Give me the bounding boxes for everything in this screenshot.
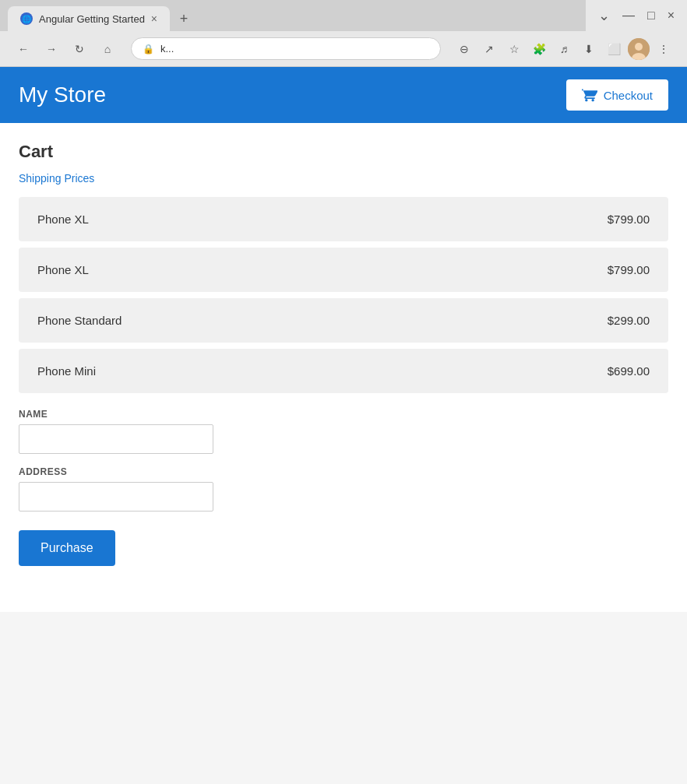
name-label: NAME — [19, 409, 668, 420]
new-tab-button[interactable]: + — [173, 8, 195, 30]
browser-tab[interactable]: 🌐 Angular Getting Started × — [8, 6, 170, 31]
address-text: k... — [160, 43, 174, 54]
home-button[interactable]: ⌂ — [97, 38, 118, 60]
checkout-label: Checkout — [604, 89, 653, 102]
tab-favicon: 🌐 — [20, 12, 33, 25]
item-price: $299.00 — [608, 314, 650, 327]
zoom-out-button[interactable]: ⊖ — [453, 38, 475, 60]
item-price: $699.00 — [608, 364, 650, 378]
cart-items-list: Phone XL $799.00 Phone XL $799.00 Phone … — [19, 197, 668, 393]
app-header: My Store Checkout — [0, 67, 687, 123]
avatar[interactable] — [628, 38, 650, 60]
refresh-button[interactable]: ↻ — [69, 38, 90, 60]
item-name: Phone XL — [37, 263, 89, 276]
cart-title: Cart — [19, 142, 668, 162]
minimize-button[interactable]: — — [622, 9, 635, 23]
lock-icon: 🔒 — [143, 44, 154, 54]
more-button[interactable]: ⋮ — [653, 38, 675, 60]
checkout-button[interactable]: Checkout — [566, 79, 668, 111]
table-row: Phone Mini $699.00 — [19, 349, 668, 393]
forward-button[interactable]: → — [41, 38, 62, 60]
address-input[interactable] — [19, 482, 213, 512]
cart-icon — [582, 87, 597, 103]
svg-point-1 — [635, 43, 643, 51]
share-button[interactable]: ↗ — [478, 38, 500, 60]
name-input[interactable] — [19, 424, 213, 454]
name-field-group: NAME — [19, 409, 668, 454]
store-title: My Store — [19, 83, 106, 107]
purchase-button[interactable]: Purchase — [19, 530, 115, 566]
item-price: $799.00 — [608, 213, 650, 226]
table-row: Phone XL $799.00 — [19, 197, 668, 241]
cart-section: Cart Shipping Prices Phone XL $799.00 Ph… — [0, 123, 687, 585]
nav-icons: ⊖ ↗ ☆ 🧩 ♬ ⬇ ⬜ — [453, 38, 675, 60]
back-button[interactable]: ← — [12, 38, 34, 60]
split-button[interactable]: ⬜ — [603, 38, 625, 60]
tab-close-button[interactable]: × — [151, 12, 157, 25]
address-bar[interactable]: 🔒 k... — [131, 37, 441, 60]
window-controls: ⌄ — □ × — [586, 1, 687, 30]
address-field-group: ADDRESS — [19, 466, 668, 512]
table-row: Phone Standard $299.00 — [19, 298, 668, 343]
navigation-bar: ← → ↻ ⌂ 🔒 k... ⊖ ↗ ☆ 🧩 — [0, 31, 687, 66]
item-name: Phone XL — [37, 213, 89, 226]
download-button[interactable]: ⬇ — [578, 38, 600, 60]
table-row: Phone XL $799.00 — [19, 248, 668, 292]
media-button[interactable]: ♬ — [553, 38, 575, 60]
app-container: My Store Checkout Cart Shipping Prices P… — [0, 67, 687, 612]
chevron-down-icon: ⌄ — [598, 7, 610, 24]
extensions-button[interactable]: 🧩 — [528, 38, 550, 60]
item-name: Phone Mini — [37, 364, 96, 378]
item-price: $799.00 — [608, 263, 650, 276]
bookmark-button[interactable]: ☆ — [503, 38, 525, 60]
window-close-button[interactable]: × — [668, 9, 675, 23]
address-label: ADDRESS — [19, 466, 668, 477]
shipping-prices-link[interactable]: Shipping Prices — [19, 172, 94, 185]
maximize-button[interactable]: □ — [647, 9, 655, 23]
tab-title: Angular Getting Started — [39, 13, 145, 25]
item-name: Phone Standard — [37, 314, 122, 327]
